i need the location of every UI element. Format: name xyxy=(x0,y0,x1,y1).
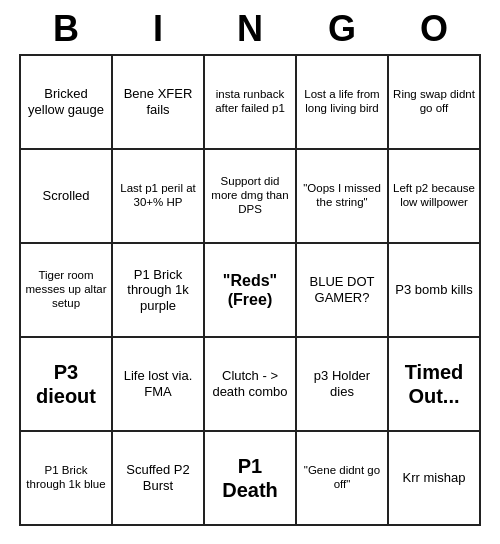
bingo-cell: p3 Holder dies xyxy=(297,338,389,432)
bingo-cell: P3 dieout xyxy=(21,338,113,432)
bingo-cell: Bene XFER fails xyxy=(113,56,205,150)
bingo-header: BINGO xyxy=(20,0,480,54)
bingo-cell: Last p1 peril at 30+% HP xyxy=(113,150,205,244)
bingo-cell: Lost a life from long living bird xyxy=(297,56,389,150)
bingo-cell: P1 Death xyxy=(205,432,297,526)
bingo-cell: Support did more dmg than DPS xyxy=(205,150,297,244)
bingo-cell: Bricked yellow gauge xyxy=(21,56,113,150)
bingo-cell: P3 bomb kills xyxy=(389,244,481,338)
bingo-cell: Krr mishap xyxy=(389,432,481,526)
bingo-cell: Clutch - > death combo xyxy=(205,338,297,432)
bingo-letter: O xyxy=(388,8,480,50)
bingo-cell: "Reds" (Free) xyxy=(205,244,297,338)
bingo-cell: Scrolled xyxy=(21,150,113,244)
bingo-grid: Bricked yellow gaugeBene XFER failsinsta… xyxy=(19,54,481,526)
bingo-cell: Tiger room messes up altar setup xyxy=(21,244,113,338)
bingo-cell: "Oops I missed the string" xyxy=(297,150,389,244)
bingo-letter: I xyxy=(112,8,204,50)
bingo-cell: insta runback after failed p1 xyxy=(205,56,297,150)
bingo-cell: P1 Brick through 1k blue xyxy=(21,432,113,526)
bingo-cell: Timed Out... xyxy=(389,338,481,432)
bingo-cell: Left p2 because low willpower xyxy=(389,150,481,244)
bingo-cell: Scuffed P2 Burst xyxy=(113,432,205,526)
bingo-letter: B xyxy=(20,8,112,50)
bingo-letter: G xyxy=(296,8,388,50)
bingo-letter: N xyxy=(204,8,296,50)
bingo-cell: P1 Brick through 1k purple xyxy=(113,244,205,338)
bingo-cell: "Gene didnt go off" xyxy=(297,432,389,526)
bingo-cell: Life lost via. FMA xyxy=(113,338,205,432)
bingo-cell: Ring swap didnt go off xyxy=(389,56,481,150)
bingo-cell: BLUE DOT GAMER? xyxy=(297,244,389,338)
